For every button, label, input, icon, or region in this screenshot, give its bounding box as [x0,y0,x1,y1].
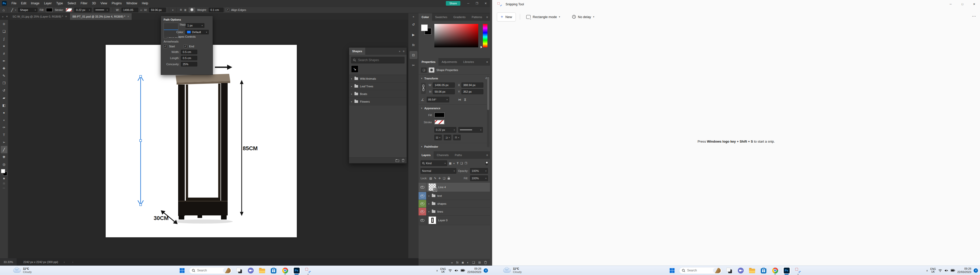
quick-mask-icon[interactable]: ◙ [1,176,7,181]
stroke-width-select[interactable]: 0.22 px▾ [434,127,456,133]
path-select-tool-icon[interactable]: ➢ [1,139,7,146]
history-icon[interactable]: ↺ [410,21,417,28]
move-tool-icon[interactable]: ✛ [1,21,7,28]
tool-mode-select[interactable]: Shape▾ [18,8,38,12]
filter-shape-icon[interactable]: ❏ [460,162,463,165]
color-swatch-pair[interactable] [421,24,431,35]
shapes-tab[interactable]: Shapes [349,47,365,55]
scroll-left-icon[interactable]: ‹ [72,261,73,264]
taskbar-search[interactable] [679,267,722,274]
filter-toggle[interactable] [485,161,488,165]
shape-group-leaf-trees[interactable]: ▸ Leaf Trees [349,82,407,90]
h-input[interactable]: 59.06 px [433,89,455,94]
new-group-icon[interactable]: ❏ [472,261,475,264]
panel-menu-icon[interactable]: ≡ [487,13,490,21]
flip-vertical-icon[interactable]: ⋈ [463,98,467,101]
tray-expand-icon[interactable]: ∧ [436,269,438,272]
stroke-corner-select[interactable]: ⊓▾ [453,135,461,140]
selected-line-shape[interactable] [138,75,143,206]
chrome-button[interactable] [771,267,780,274]
fill-opacity-select[interactable]: 100%▾ [470,175,488,181]
link-dimensions-icon[interactable]: ∞ [140,8,142,11]
edit-toolbar-icon[interactable]: ⋯ [1,186,7,190]
battery-icon[interactable] [951,269,955,272]
close-icon[interactable]: ✕ [968,0,980,8]
blend-mode-select[interactable]: Normal▾ [421,168,456,174]
wifi-icon[interactable] [448,269,452,272]
pen-tool-icon[interactable]: ✑ [1,124,7,131]
expander-icon[interactable]: ▸ [351,100,352,103]
task-view-button[interactable] [725,267,733,274]
width-input[interactable]: 1496.05 [121,8,138,12]
layer-row-shapes[interactable]: ▸ shapes [418,200,490,208]
microsoft-store-button[interactable] [759,267,768,274]
visibility-toggle[interactable] [418,200,426,207]
flip-horizontal-icon[interactable]: ⋈ [458,98,461,101]
snip-mode-select[interactable]: Rectangle mode ▾ [524,13,562,21]
chrome-button[interactable] [281,267,290,274]
tray-expand-icon[interactable]: ∧ [926,269,928,272]
status-menu-icon[interactable]: › [64,261,65,264]
visibility-toggle[interactable] [418,208,426,215]
menu-file[interactable]: File [9,0,19,6]
lock-pixels-icon[interactable]: ✎ [434,177,436,180]
x-input[interactable]: 388.94 px [461,82,484,88]
opacity-select[interactable]: 100%▾ [470,168,488,174]
snip-delay-select[interactable]: No delay ▾ [570,13,597,21]
crop-tool-icon[interactable]: # [1,50,7,57]
clock[interactable]: 09:2622/03/2023 [957,267,971,274]
layer-row-lines[interactable]: ▸ lines [418,208,490,216]
menu-view[interactable]: View [98,0,110,6]
menu-select[interactable]: Select [65,0,78,6]
stroke-cap-select[interactable]: ⊐▾ [444,135,451,140]
eyedropper-tool-icon[interactable]: ✒ [1,57,7,65]
filter-kind-select[interactable]: Kind▾ [421,160,447,166]
tab-adjustments[interactable]: Adjustments [438,58,460,66]
align-edges-checkbox[interactable]: ✓ [226,8,229,12]
stroke-style-select[interactable]: ▾ [94,8,110,12]
zoom-tool-icon[interactable]: ◎ [1,161,7,168]
close-icon[interactable]: ✕ [127,15,129,18]
tab-paths[interactable]: Paths [452,151,465,159]
start-button[interactable] [178,267,186,274]
notification-badge[interactable]: 4 [974,269,978,273]
panel-menu-icon[interactable]: ≡ [487,58,490,66]
layer-row-line4[interactable]: Line 4 [418,183,490,192]
menu-3d[interactable]: 3D [89,0,98,6]
tab-close-all-icon[interactable]: ✕ [6,15,8,18]
stroke-swatch[interactable] [65,8,72,12]
history-brush-tool-icon[interactable]: ↺ [1,87,7,94]
tab-color[interactable]: Color [418,13,432,21]
line-shape-tool-icon[interactable]: ╱ [1,146,7,153]
arrowhead-end-checkbox[interactable]: ✓ [184,44,187,48]
layer-thumbnail[interactable] [428,183,436,191]
menu-image[interactable]: Image [29,0,41,6]
angle-select[interactable]: 89.54°▾ [427,97,449,102]
actions-icon[interactable]: ▶ [410,31,417,38]
shape-properties-icon[interactable]: ❏ [421,68,427,73]
stroke-width-select[interactable]: 0.22 px▾ [74,8,92,12]
menu-layer[interactable]: Layer [41,0,54,6]
path-arrangement-icon[interactable]: ≣ [184,8,186,12]
notification-badge[interactable]: 4 [484,269,488,273]
tab-libraries[interactable]: Libraries [460,58,477,66]
file-explorer-button[interactable] [258,267,266,274]
shape-group-flowers[interactable]: ▸ Flowers [349,98,407,106]
type-tool-icon[interactable]: T [1,131,7,139]
layer-row-layer0[interactable]: Layer 0 [418,216,490,225]
y-input[interactable]: 352 px [461,89,484,94]
healing-tool-icon[interactable]: ✚ [1,65,7,72]
expander-icon[interactable]: ▸ [428,194,430,197]
height-input[interactable]: 59.06 px [149,8,166,12]
layer-row-text[interactable]: ▸ text [418,192,490,200]
maximize-icon[interactable]: □ [956,0,968,8]
hue-slider-marker[interactable] [480,46,482,48]
photoshop-button[interactable]: Ps [782,267,791,274]
expander-icon[interactable]: ▸ [351,93,352,95]
arrowhead-start-checkbox[interactable]: ✓ [164,44,167,48]
weight-input[interactable]: 0.1 cm [209,8,224,12]
tab-layers[interactable]: Layers [418,151,434,159]
wifi-icon[interactable] [938,269,942,272]
shape-group-boats[interactable]: ▸ Boats [349,90,407,98]
brush-tool-icon[interactable]: ✎ [1,72,7,79]
